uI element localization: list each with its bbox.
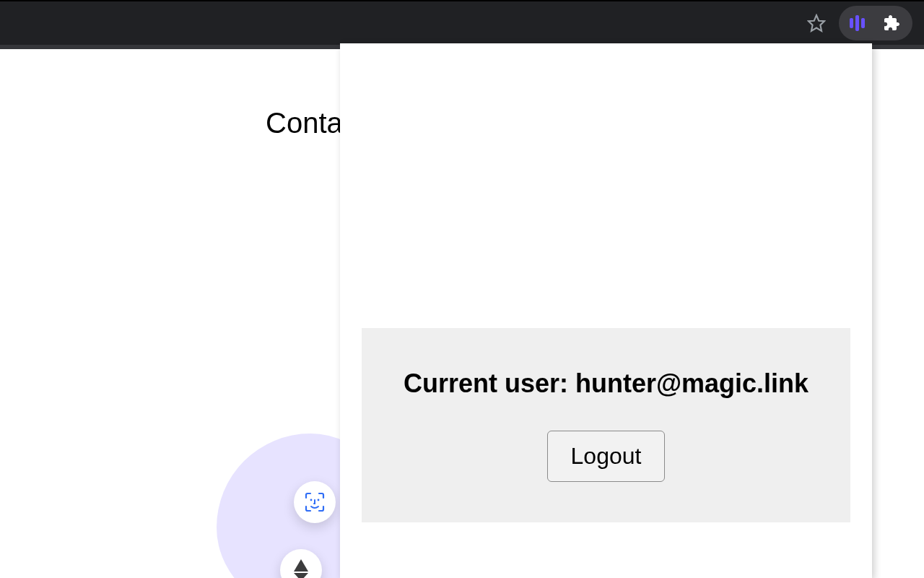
extensions-pill	[839, 6, 912, 40]
current-user-card: Current user: hunter@magic.link Logout	[362, 328, 850, 522]
puzzle-icon	[883, 14, 900, 32]
page-title: Conta	[266, 107, 343, 139]
star-icon	[807, 14, 826, 33]
svg-point-1	[310, 499, 313, 501]
extensions-puzzle-icon[interactable]	[878, 9, 905, 37]
extension-popup: Current user: hunter@magic.link Logout	[340, 43, 872, 578]
current-user-email: hunter@magic.link	[575, 368, 808, 398]
faceid-chip	[294, 481, 336, 523]
logout-button[interactable]: Logout	[547, 431, 666, 482]
svg-marker-0	[808, 15, 824, 31]
current-user-line: Current user: hunter@magic.link	[383, 368, 829, 399]
bookmark-star-icon[interactable]	[800, 7, 833, 40]
browser-toolbar	[0, 0, 924, 45]
current-user-label: Current user:	[404, 368, 575, 398]
svg-point-2	[318, 499, 320, 501]
magic-bars-icon	[850, 15, 865, 31]
ethereum-icon	[294, 559, 308, 578]
magic-extension-icon[interactable]	[843, 9, 871, 37]
faceid-icon	[303, 491, 326, 514]
